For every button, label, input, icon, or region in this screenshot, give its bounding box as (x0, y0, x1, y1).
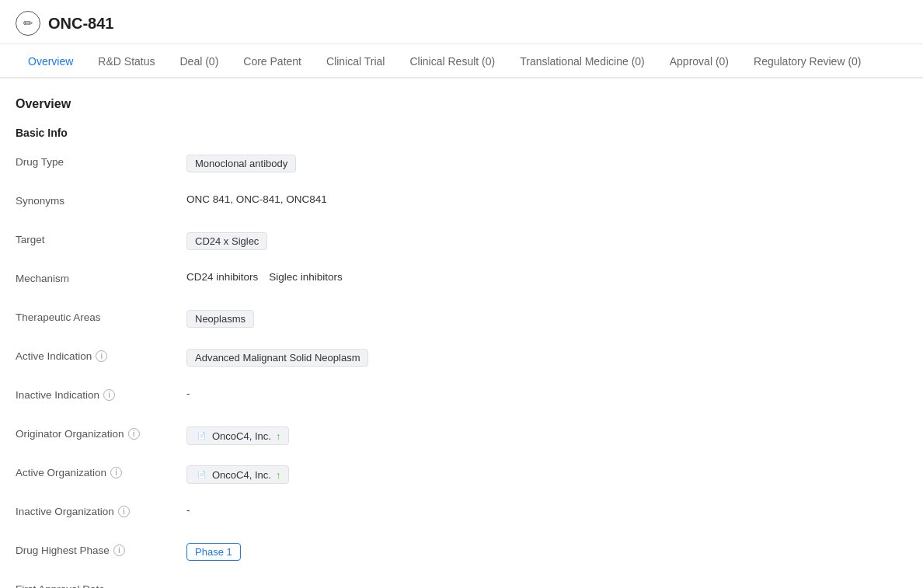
info-icon[interactable]: i (128, 428, 140, 440)
text-value: Siglec inhibitors (269, 271, 343, 283)
field-value: - (186, 388, 907, 399)
field-label: Drug Highest Phasei (16, 543, 186, 556)
info-row-target: TargetCD24 x Siglec (16, 232, 907, 254)
info-icon[interactable]: i (113, 545, 125, 556)
org-name: OncoC4, Inc. (212, 469, 271, 481)
info-row-active-indication: Active IndicationiAdvanced Malignant Sol… (16, 349, 907, 371)
field-label: Inactive Indicationi (16, 388, 186, 401)
tab-approval[interactable]: Approval (0) (657, 44, 741, 78)
page-title: ONC-841 (48, 15, 113, 33)
tab-clinical-trial[interactable]: Clinical Trial (314, 44, 397, 78)
field-value: CD24 x Siglec (186, 232, 907, 250)
page-header: ✏ ONC-841 (0, 0, 923, 44)
field-label: Mechanism (16, 271, 186, 284)
tab-overview[interactable]: Overview (16, 44, 85, 78)
field-label: Originator Organizationi (16, 426, 186, 440)
info-row-mechanism: MechanismCD24 inhibitorsSiglec inhibitor… (16, 271, 907, 293)
field-value: CD24 inhibitorsSiglec inhibitors (186, 271, 907, 283)
info-row-drug-highest-phase: Drug Highest PhaseiPhase 1 (16, 543, 907, 565)
field-label: Therapeutic Areas (16, 310, 186, 323)
field-value: ONC 841, ONC-841, ONC841 (186, 193, 907, 205)
info-row-synonyms: SynonymsONC 841, ONC-841, ONC841 (16, 193, 907, 215)
tab-translational-medicine[interactable]: Translational Medicine (0) (507, 44, 657, 78)
field-value: Monoclonal antibody (186, 155, 907, 172)
field-label: Drug Type (16, 155, 186, 168)
field-label: Synonyms (16, 193, 186, 207)
org-name: OncoC4, Inc. (212, 430, 271, 442)
subsection-title: Basic Info (16, 127, 907, 139)
info-icon[interactable]: i (118, 506, 130, 517)
tab-clinical-result[interactable]: Clinical Result (0) (397, 44, 507, 78)
fields-container: Drug TypeMonoclonal antibodySynonymsONC … (16, 155, 907, 588)
info-row-originator-organization: Originator Organizationi📄OncoC4, Inc.↑ (16, 426, 907, 448)
info-icon[interactable]: i (110, 467, 122, 478)
dash-value: - (186, 504, 190, 516)
info-icon[interactable]: i (96, 350, 107, 362)
org-logo: 📄 (195, 430, 207, 442)
tag: Neoplasms (186, 310, 254, 328)
field-label: Target (16, 232, 186, 245)
info-row-active-organization: Active Organizationi📄OncoC4, Inc.↑ (16, 465, 907, 487)
field-value: 📄OncoC4, Inc.↑ (186, 465, 907, 484)
field-value: - (186, 582, 907, 588)
tab-core-patent[interactable]: Core Patent (231, 44, 314, 78)
tag: Advanced Malignant Solid Neoplasm (186, 349, 368, 367)
text-value: ONC 841, ONC-841, ONC841 (186, 193, 327, 205)
field-label: Inactive Organizationi (16, 504, 186, 517)
org-logo: 📄 (195, 468, 207, 481)
field-value: - (186, 504, 907, 516)
tab-navigation: OverviewR&D StatusDeal (0)Core PatentCli… (0, 44, 923, 78)
tag: CD24 x Siglec (186, 232, 267, 250)
info-row-first-approval-date: First Approval Date- (16, 582, 907, 588)
info-row-drug-type: Drug TypeMonoclonal antibody (16, 155, 907, 176)
tab-regulatory-review[interactable]: Regulatory Review (0) (741, 44, 874, 78)
field-value: Neoplasms (186, 310, 907, 328)
field-value: Advanced Malignant Solid Neoplasm (186, 349, 907, 367)
trend-icon: ↑ (276, 430, 281, 442)
tag: Monoclonal antibody (186, 155, 296, 172)
text-value: CD24 inhibitors (186, 271, 258, 283)
field-label: Active Organizationi (16, 465, 186, 478)
field-label: Active Indicationi (16, 349, 186, 362)
info-icon[interactable]: i (103, 389, 115, 401)
org-tag[interactable]: 📄OncoC4, Inc.↑ (186, 426, 289, 445)
section-title: Overview (16, 97, 907, 111)
drug-icon: ✏ (16, 11, 40, 36)
field-label: First Approval Date (16, 582, 186, 588)
field-value: Phase 1 (186, 543, 907, 561)
dash-value: - (186, 388, 190, 399)
info-row-therapeutic-areas: Therapeutic AreasNeoplasms (16, 310, 907, 332)
info-row-inactive-indication: Inactive Indicationi- (16, 388, 907, 409)
tab-rnd-status[interactable]: R&D Status (85, 44, 167, 78)
phase-tag: Phase 1 (186, 543, 241, 561)
field-value: 📄OncoC4, Inc.↑ (186, 426, 907, 445)
info-row-inactive-organization: Inactive Organizationi- (16, 504, 907, 526)
trend-icon: ↑ (276, 469, 281, 481)
tab-deal[interactable]: Deal (0) (168, 44, 232, 78)
main-content: Overview Basic Info Drug TypeMonoclonal … (0, 78, 923, 588)
org-tag[interactable]: 📄OncoC4, Inc.↑ (186, 465, 289, 484)
dash-value: - (186, 582, 190, 588)
